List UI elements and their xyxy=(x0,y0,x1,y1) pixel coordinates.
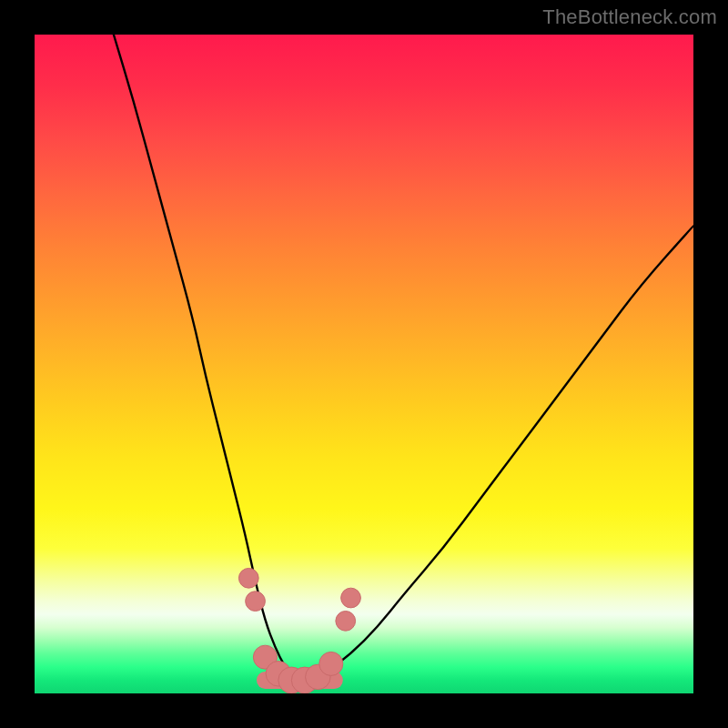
bottleneck-curve xyxy=(114,35,693,681)
curve-marker xyxy=(336,612,356,632)
plot-area xyxy=(35,35,693,693)
curve-marker xyxy=(319,652,343,675)
curve-marker xyxy=(238,568,258,588)
chart-svg xyxy=(35,35,693,693)
curve-marker xyxy=(246,592,266,612)
watermark-text: TheBottleneck.com xyxy=(542,5,717,29)
curve-marker xyxy=(341,588,361,608)
chart-frame: TheBottleneck.com xyxy=(0,0,728,728)
